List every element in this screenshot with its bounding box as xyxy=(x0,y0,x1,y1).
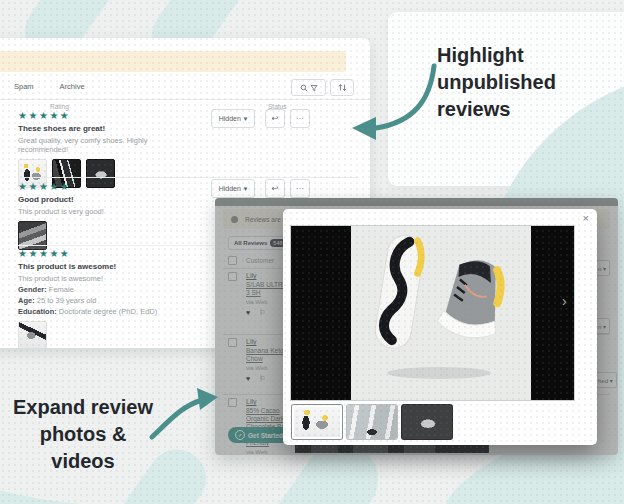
ellipsis-icon: ··· xyxy=(296,114,304,123)
review-title: Good product! xyxy=(18,195,198,204)
star-rating: ★★★★★ xyxy=(18,111,198,121)
filter-icon xyxy=(310,84,318,92)
alert-banner xyxy=(0,51,346,72)
lightbox-thumbnail[interactable] xyxy=(402,405,452,439)
arrow-to-hidden-status xyxy=(340,55,450,150)
search-icon xyxy=(300,84,308,92)
review-body: Great quality, very comfy shoes. Highly … xyxy=(18,136,198,154)
lightbox-thumbnail-selected[interactable] xyxy=(292,405,342,439)
review-photo-thumbnail[interactable] xyxy=(18,321,47,348)
more-button[interactable]: ··· xyxy=(290,179,310,198)
review-body: This product is awesome! xyxy=(18,274,198,283)
reply-button[interactable]: ↩ xyxy=(265,179,285,198)
marketing-composite: Spam Archive Rating Status xyxy=(0,0,624,504)
reviewer-gender: Gender: Female xyxy=(18,285,198,294)
arrow-to-lightbox xyxy=(145,383,225,445)
ellipsis-icon: ··· xyxy=(296,184,304,193)
reply-button[interactable]: ↩ xyxy=(265,109,285,128)
divider xyxy=(18,177,358,178)
callout-line: photos & videos xyxy=(10,421,156,475)
tab-archive[interactable]: Archive xyxy=(60,82,85,91)
lightbox-main-image xyxy=(290,225,575,401)
lightbox-thumbnails xyxy=(292,405,452,439)
close-icon[interactable]: × xyxy=(583,212,589,224)
review-title: These shoes are great! xyxy=(18,124,198,133)
callout-line: Expand review xyxy=(10,394,156,421)
reply-icon: ↩ xyxy=(272,114,279,123)
callout-expand: Expand review photos & videos xyxy=(10,394,156,475)
lightbox-thumbnail[interactable] xyxy=(347,405,397,439)
rating-column-header: Rating xyxy=(50,103,69,110)
reply-icon: ↩ xyxy=(272,184,279,193)
tab-spam[interactable]: Spam xyxy=(14,82,34,91)
callout-line: unpublished reviews xyxy=(437,69,624,123)
status-dropdown[interactable]: Hidden ▾ xyxy=(211,109,255,128)
photo-lightbox-modal: × xyxy=(283,209,597,445)
star-rating: ★★★★★ xyxy=(18,249,198,259)
chevron-down-icon: ▾ xyxy=(244,115,248,123)
next-photo-chevron[interactable]: › xyxy=(562,293,567,309)
review-row: ★★★★★ This product is awesome! This prod… xyxy=(18,249,198,348)
status-dropdown[interactable]: Hidden ▾ xyxy=(211,179,255,198)
review-actions: Hidden ▾ ↩ ··· xyxy=(211,179,310,198)
divider xyxy=(0,99,370,100)
review-body: This product is very good! xyxy=(18,207,198,216)
chevron-down-icon: ▾ xyxy=(244,185,248,193)
review-actions: Hidden ▾ ↩ ··· xyxy=(211,109,310,128)
star-rating: ★★★★★ xyxy=(18,182,198,192)
review-title: This product is awesome! xyxy=(18,262,198,271)
review-row: ★★★★★ Good product! This product is very… xyxy=(18,182,198,250)
reviewer-age: Age: 25 to 39 years old xyxy=(18,296,198,305)
letterbox-bar xyxy=(291,226,351,400)
reviewer-education: Education: Doctorate degree (PhD, EdD) xyxy=(18,307,198,316)
search-filter-button[interactable] xyxy=(291,79,326,96)
review-photos xyxy=(18,321,198,348)
letterbox-bar xyxy=(531,226,574,400)
more-button[interactable]: ··· xyxy=(290,109,310,128)
review-photo-large xyxy=(351,226,531,400)
reviews-tabs: Spam Archive xyxy=(14,82,85,91)
callout-highlight: Highlight unpublished reviews xyxy=(437,42,624,123)
callout-line: Highlight xyxy=(437,42,624,69)
